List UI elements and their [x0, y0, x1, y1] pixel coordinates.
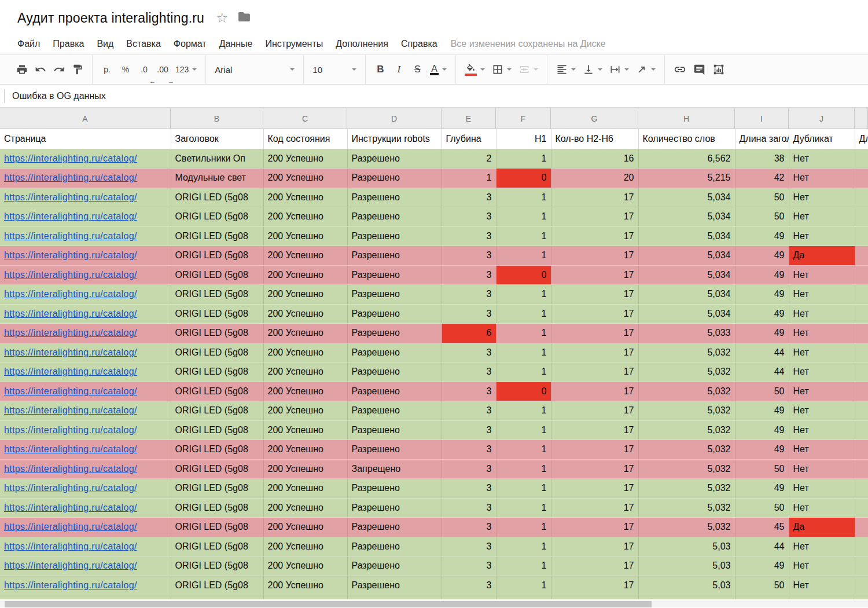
cell-h1[interactable]: 1	[496, 343, 551, 362]
cell-duplicate[interactable]: Нет	[789, 265, 855, 285]
cell-page[interactable]: https://interalighting.ru/catalog/	[0, 265, 171, 285]
cell-robots[interactable]: Разрешено	[347, 518, 442, 537]
cell-title-length[interactable]: 49	[735, 420, 789, 440]
cell-title-length[interactable]: 50	[735, 207, 789, 227]
insert-chart-button[interactable]	[709, 58, 729, 80]
cell-page[interactable]: https://interalighting.ru/catalog/	[0, 188, 171, 207]
cell-h2-h6[interactable]: 17	[551, 226, 638, 246]
cell-depth[interactable]: 3	[442, 265, 496, 285]
cell-word-count[interactable]: 5,034	[638, 207, 735, 227]
cell-duplicate[interactable]: Нет	[789, 226, 855, 246]
cell-h2-h6[interactable]: 17	[551, 420, 638, 440]
cell-title-length[interactable]: 42	[735, 169, 789, 188]
cell-h2-h6[interactable]: 17	[551, 285, 638, 305]
cell-title-length[interactable]: 44	[735, 343, 789, 362]
cell-h2-h6[interactable]: 17	[551, 518, 638, 537]
page-link[interactable]: https://interalighting.ru/catalog/	[4, 522, 137, 532]
cell-robots[interactable]: Разрешено	[347, 343, 442, 362]
cell-status-code[interactable]: 200 Успешно	[263, 440, 347, 460]
sheet-header-cell[interactable]: H1	[496, 129, 551, 149]
cell-overflow[interactable]	[855, 304, 868, 324]
text-wrap-button[interactable]	[606, 58, 632, 80]
column-header-H[interactable]: H	[638, 108, 735, 129]
undo-button[interactable]	[31, 58, 50, 80]
cell-depth[interactable]: 3	[442, 246, 496, 266]
column-header-C[interactable]: C	[263, 108, 347, 129]
cell-status-code[interactable]: 200 Успешно	[263, 498, 347, 518]
menu-item-4[interactable]: Формат	[167, 39, 213, 49]
currency-format-button[interactable]: р.	[98, 58, 116, 80]
cell-title-length[interactable]: 50	[735, 595, 789, 600]
cell-depth[interactable]: 3	[442, 188, 496, 207]
cell-overflow[interactable]	[855, 518, 868, 537]
cell-title[interactable]: ORIGI LED (5g08	[171, 382, 263, 401]
cell-title-length[interactable]: 49	[735, 304, 789, 324]
cell-h2-h6[interactable]: 17	[551, 440, 638, 460]
cell-title-length[interactable]: 50	[735, 188, 789, 207]
cell-page[interactable]: https://interalighting.ru/catalog/	[0, 169, 171, 188]
cell-status-code[interactable]: 200 Успешно	[263, 556, 347, 576]
cell-word-count[interactable]: 5,032	[638, 382, 735, 401]
cell-title-length[interactable]: 38	[735, 149, 789, 169]
cell-duplicate[interactable]: Нет	[789, 188, 855, 207]
cell-duplicate[interactable]: Нет	[789, 498, 855, 518]
cell-status-code[interactable]: 200 Успешно	[263, 285, 347, 305]
cell-depth[interactable]: 3	[442, 226, 496, 246]
cell-h2-h6[interactable]: 17	[551, 479, 638, 499]
cell-page[interactable]: https://interalighting.ru/catalog/	[0, 459, 171, 479]
cell-page[interactable]: https://interalighting.ru/catalog/	[0, 576, 171, 595]
cell-h1[interactable]: 0	[496, 169, 551, 188]
text-color-button[interactable]: A	[426, 58, 450, 80]
sheet-header-cell[interactable]: Дубликат	[789, 129, 855, 149]
cell-robots[interactable]: Разрешено	[347, 382, 442, 401]
menu-item-0[interactable]: Файл	[11, 39, 46, 49]
cell-duplicate[interactable]: Нет	[789, 149, 855, 169]
cell-overflow[interactable]	[855, 285, 868, 305]
cell-page[interactable]: https://interalighting.ru/catalog/	[0, 382, 171, 401]
cell-word-count[interactable]: 5,034	[638, 265, 735, 285]
cell-word-count[interactable]: 5,034	[638, 304, 735, 324]
page-link[interactable]: https://interalighting.ru/catalog/	[4, 289, 137, 299]
cell-h1[interactable]: 1	[496, 595, 551, 600]
sheet-header-cell[interactable]: Инструкции robots	[347, 129, 442, 149]
cell-page[interactable]: https://interalighting.ru/catalog/	[0, 420, 171, 440]
cell-status-code[interactable]: 200 Успешно	[263, 401, 347, 421]
cell-status-code[interactable]: 200 Успешно	[263, 324, 347, 343]
page-link[interactable]: https://interalighting.ru/catalog/	[4, 503, 137, 512]
cell-robots[interactable]: Разрешено	[347, 324, 442, 343]
cell-word-count[interactable]: 5,033	[638, 324, 735, 343]
page-link[interactable]: https://interalighting.ru/catalog/	[4, 367, 137, 376]
cell-h1[interactable]: 1	[496, 420, 551, 440]
page-link[interactable]: https://interalighting.ru/catalog/	[4, 173, 137, 182]
cell-h1[interactable]: 1	[496, 246, 551, 266]
cell-duplicate[interactable]: Нет	[789, 479, 855, 499]
cell-robots[interactable]: Разрешено	[347, 556, 442, 576]
column-header-J[interactable]: J	[789, 108, 855, 129]
cell-word-count[interactable]: 5,034	[638, 285, 735, 305]
cell-h1[interactable]: 1	[496, 324, 551, 343]
cell-robots[interactable]: Разрешено	[347, 498, 442, 518]
page-link[interactable]: https://interalighting.ru/catalog/	[4, 309, 137, 318]
cell-word-count[interactable]: 5,032	[638, 518, 735, 537]
cell-depth[interactable]: 3	[442, 343, 496, 362]
redo-button[interactable]	[50, 58, 68, 80]
saved-status[interactable]: Все изменения сохранены на Диске	[451, 39, 606, 49]
cell-title[interactable]: ORIGI LED (5g08	[171, 304, 263, 324]
cell-depth[interactable]: 3	[442, 518, 496, 537]
page-link[interactable]: https://interalighting.ru/catalog/	[4, 231, 137, 241]
column-header-A[interactable]: A	[0, 108, 171, 129]
cell-page[interactable]: https://interalighting.ru/catalog/	[0, 246, 171, 266]
cell-duplicate[interactable]: Нет	[789, 537, 855, 556]
cell-word-count[interactable]: 5,03	[638, 556, 735, 576]
cell-depth[interactable]: 3	[442, 401, 496, 421]
page-link[interactable]: https://interalighting.ru/catalog/	[4, 444, 137, 454]
cell-word-count[interactable]: 6,562	[638, 149, 735, 169]
cell-duplicate[interactable]: Да	[789, 246, 855, 266]
menu-item-3[interactable]: Вставка	[120, 39, 167, 49]
cell-robots[interactable]: Разрешено	[347, 169, 442, 188]
cell-depth[interactable]: 3	[442, 440, 496, 460]
cell-h1[interactable]: 1	[496, 188, 551, 207]
column-header-D[interactable]: D	[347, 108, 442, 129]
cell-duplicate[interactable]: Нет	[789, 420, 855, 440]
cell-page[interactable]: https://interalighting.ru/catalog/	[0, 149, 171, 169]
